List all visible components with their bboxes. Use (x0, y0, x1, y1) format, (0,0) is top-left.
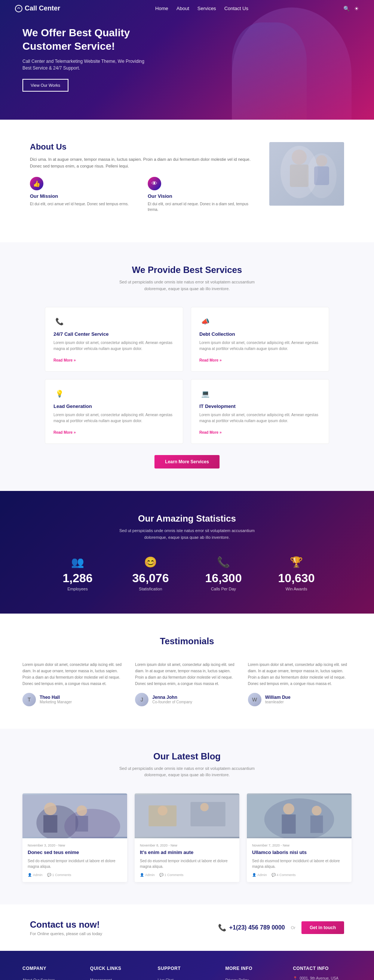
blog-author-1: 👤 Admin (140, 873, 155, 877)
service-card-0: 📞 24/7 Call Center Service Lorem ipsum d… (45, 307, 183, 372)
stat-awards: 🏆 10,630 Win Awards (264, 556, 329, 591)
nav-services[interactable]: Services (197, 6, 216, 11)
service-icon-0: 📞 (54, 316, 65, 328)
author-info-1: Jenna John Co-founder of Company (152, 695, 192, 704)
blog-meta-0: 👤 Admin 💬 1 Comments (28, 873, 122, 877)
search-icon[interactable]: 🔍 (343, 6, 350, 11)
service-link-0[interactable]: Read More » (54, 358, 76, 362)
service-link-1[interactable]: Read More » (199, 358, 221, 362)
service-link-2[interactable]: Read More » (54, 430, 76, 434)
footer-link-management[interactable]: Management (90, 978, 112, 980)
blog-img-1 (135, 794, 239, 838)
about-mission: 👍 Our Mission Et dui elit, orci amue vel… (30, 177, 137, 220)
author-1: J Jenna John Co-founder of Company (135, 693, 239, 706)
author-role-1: Co-founder of Company (152, 700, 192, 704)
hero-cta-button[interactable]: View Our Works (22, 79, 68, 92)
svg-rect-25 (310, 816, 323, 833)
services-grid: 📞 24/7 Call Center Service Lorem ipsum d… (45, 307, 329, 444)
author-role-2: teamleader (265, 700, 291, 704)
get-in-touch-button[interactable]: Get in touch (301, 921, 344, 934)
svg-point-24 (312, 806, 321, 816)
svg-rect-1 (269, 142, 344, 206)
avatar-2: W (248, 693, 261, 706)
stat-label-0: Employees (45, 587, 110, 591)
hero-subtitle: Call Center and Telemarketing Website Th… (22, 58, 146, 72)
footer-link-privacy[interactable]: Privacy Policy (225, 978, 248, 980)
stat-number-2: 16,300 (191, 571, 256, 585)
service-link-3[interactable]: Read More » (199, 430, 221, 434)
author-2: W William Due teamleader (248, 693, 352, 706)
svg-point-19 (200, 803, 208, 811)
footer-link-livechat[interactable]: Live Chat (158, 978, 173, 980)
about-columns: 👍 Our Mission Et dui elit, orci amue vel… (30, 177, 254, 220)
stat-label-1: Statisfication (118, 587, 183, 591)
footer-company-links: About Our Services Our Projects View Our… (22, 976, 81, 980)
stats-subtitle: Sed ut perspiciatis unde omnis iste natu… (112, 528, 262, 541)
service-desc-2: Lorem ipsum dolor sit amet, consectetur … (54, 412, 175, 424)
mission-icon: 👍 (30, 177, 43, 190)
blog-post-title-2[interactable]: Ullamco laboris nisi uts (252, 850, 346, 855)
nav-contact[interactable]: Contact Us (224, 6, 248, 11)
blog-author-2: 👤 Admin (252, 873, 267, 877)
stats-title: Our Amazing Statistics (22, 513, 352, 524)
blog-card-body-1: November 8, 2020 - New It's enim ad mini… (135, 838, 239, 882)
svg-rect-7 (314, 166, 329, 185)
service-card-3: 💻 IT Development Lorem ipsum dolor sit a… (191, 379, 329, 444)
testimonial-2: Lorem ipsum dolor sit amet, consectetur … (248, 662, 352, 706)
blog-comments-2: 💬 4 Comments (272, 873, 296, 877)
footer-company-title: COMPANY (22, 966, 81, 971)
stat-number-1: 36,076 (118, 571, 183, 585)
blog-img-0 (22, 794, 127, 838)
blog-post-title-1[interactable]: It's enim ad minim aute (140, 850, 234, 855)
hero-decoration-2 (232, 22, 307, 120)
learn-more-services-button[interactable]: Learn More Services (154, 455, 219, 468)
services-btn-wrap: Learn More Services (22, 455, 352, 468)
stats-header: Our Amazing Statistics Sed ut perspiciat… (22, 513, 352, 541)
blog-subtitle: Sed ut perspiciatis unde omnis iste natu… (112, 765, 262, 778)
svg-point-22 (283, 803, 294, 815)
footer-quicklinks-list: Management Department Services Meet Appo… (90, 976, 149, 980)
svg-point-11 (44, 802, 57, 815)
svg-rect-5 (290, 164, 309, 187)
service-icon-3: 💻 (199, 388, 211, 400)
nav-about[interactable]: About (177, 6, 189, 11)
stat-employees: 👥 1,286 Employees (45, 556, 110, 591)
testimonials-title: Testimonials (22, 636, 352, 646)
nav-home[interactable]: Home (155, 6, 168, 11)
theme-icon[interactable]: ☀ (354, 6, 359, 11)
contact-cta-right: 📞 +1(23) 456 789 0000 Or Get in touch (218, 921, 344, 934)
service-title-3: IT Development (199, 403, 320, 409)
services-title: We Provide Best Services (22, 265, 352, 275)
about-title: About Us (30, 142, 254, 152)
blog-img-2 (247, 794, 352, 838)
svg-point-3 (307, 153, 337, 198)
nav-links: Home About Services Contact Us (155, 6, 248, 11)
contact-cta-text: Contact us now! For Online queries, plea… (30, 920, 102, 936)
hero-section: We Offer Best Quality Customer Service! … (0, 0, 168, 118)
footer-support-list: Live Chat Faqs Support Terms of Service (158, 976, 216, 980)
svg-point-6 (316, 155, 327, 166)
footer: COMPANY About Our Services Our Projects … (0, 951, 374, 980)
contact-cta-section: Contact us now! For Online queries, plea… (0, 904, 374, 951)
blog-section: Our Latest Blog Sed ut perspiciatis unde… (0, 729, 374, 904)
footer-support-col: SUPPORT Live Chat Faqs Support Terms of … (158, 966, 216, 980)
blog-excerpt-1: Sed do eiusmod tempor incididunt ut labo… (140, 858, 234, 869)
nav-logo[interactable]: Call Center (15, 5, 60, 12)
phone-icon: 📞 (218, 924, 226, 932)
footer-link-about-services[interactable]: About Our Services (22, 978, 55, 980)
about-vision: 👁 Our Vision Et dui elit, orci amuel id … (148, 177, 254, 220)
blog-post-title-0[interactable]: Donec sed teus enime (28, 850, 122, 855)
stat-label-2: Calls Per Day (191, 587, 256, 591)
stat-satisfaction: 😊 36,076 Statisfication (118, 556, 183, 591)
footer-company-col: COMPANY About Our Services Our Projects … (22, 966, 81, 980)
footer-moreinfo-title: MORE INFO (225, 966, 284, 971)
svg-point-18 (158, 806, 167, 816)
service-icon-2: 💡 (54, 388, 65, 400)
phone-number: +1(23) 456 789 0000 (229, 924, 285, 931)
footer-moreinfo-col: MORE INFO Privacy Policy Terms of Servic… (225, 966, 284, 980)
svg-point-2 (280, 146, 318, 198)
footer-contact-col: CONTACT INFO 📍 0001, 9th Avenue, USA 📞 +… (293, 966, 352, 980)
svg-rect-14 (76, 816, 88, 832)
blog-meta-2: 👤 Admin 💬 4 Comments (252, 873, 346, 877)
mission-text: Et dui elit, orci amue vel id heque. Don… (30, 201, 137, 207)
